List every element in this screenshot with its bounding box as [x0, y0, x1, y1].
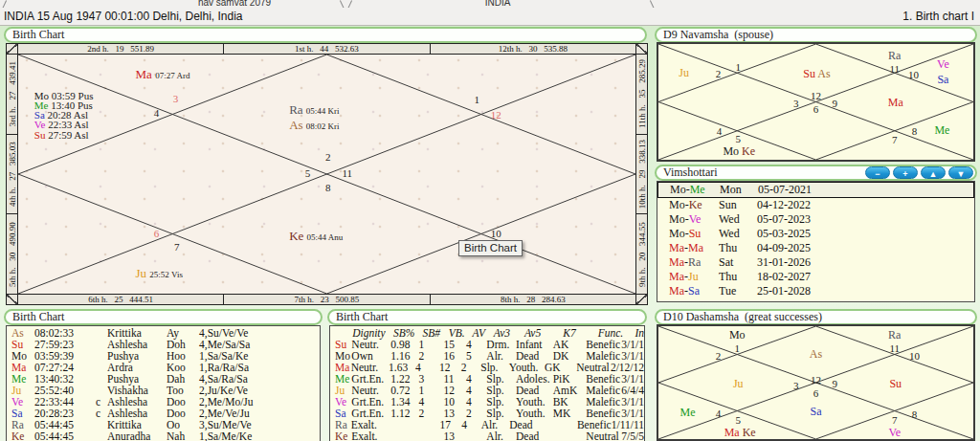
view-name: 1. Birth chart I	[902, 10, 974, 23]
tab-nav-samvat[interactable]: nav samvat 2079	[115, 0, 354, 8]
main-chart-canvas[interactable]: Ma 07:27 ArdMo 03:59 PusMe 13:40 PusSa 2…	[18, 55, 635, 294]
chart-corner	[635, 44, 647, 55]
table-row: JuNeutr.0.721124Slp.DeadAmKMalefic6/4/4	[330, 385, 644, 396]
chart-label: Sa	[937, 71, 948, 86]
house-strip-label: 1st h. 44 532.63	[223, 44, 429, 54]
table-row: Ma07:27:24ArdraKoo1,Ra/Ra/Sa	[7, 362, 320, 373]
house-strip-label: 9th h. 20 344.55	[636, 213, 647, 294]
d10-header: D10 Dashamsha (great successes)	[655, 309, 977, 325]
chart-label: 10	[908, 66, 919, 81]
strength-table-header: Birth Chart	[327, 309, 647, 325]
chart-corner	[635, 294, 647, 304]
chart-label: Ju	[733, 375, 744, 390]
house-strip-label: 5th h. 30 490.90	[7, 213, 17, 294]
main-chart-frame: 2nd h. 19 551.89 1st h. 44 532.63 12th h…	[6, 43, 648, 305]
chart-label: 4	[717, 122, 723, 138]
dasha-row[interactable]: Mo-KeSun04-12-2022	[657, 198, 974, 212]
dasha-row[interactable]: Mo-SuWed05-03-2025	[657, 227, 974, 241]
chart-label: 6	[813, 100, 819, 116]
table-row: MoOwn1.162165Alr.DeadDKMalefic3/1/1	[330, 350, 644, 362]
chart-corner	[7, 294, 18, 304]
tab-india[interactable]: INDIA	[402, 0, 593, 8]
dasha-row[interactable]: Mo-MeMon05-07-2021	[657, 182, 974, 198]
chart-label: 5	[305, 165, 311, 180]
chart-label: Ma	[888, 94, 903, 109]
table-header-row: DignitySB%SB#VB.AVAv3Av5K7Func.In	[330, 327, 644, 339]
house-strip-label: 4th h. 27 385.03	[7, 134, 17, 214]
table-row: Ra05:44:45KrittikaOo3,Su/Me/Ve	[7, 419, 320, 430]
chart-label: 11	[342, 165, 352, 180]
table-row: Sa20:28:23cAshleshaDoo2,Me/Ve/Ju	[7, 408, 320, 419]
chart-label: Ke 05:44 Anu	[289, 228, 343, 243]
table-row: As08:02:33KrittikaAy4,Su/Ve/Ve	[7, 327, 320, 339]
chart-label: 6	[813, 385, 819, 400]
d10-canvas[interactable]: Mo12AsRa1110Ju31269SuMe45SaMa Ke78Ve	[657, 324, 975, 441]
chart-label: 1	[474, 91, 479, 106]
d9-panel: D9 Navamsha (spouse) Ju21Su AsRa1110VeSa…	[653, 26, 979, 164]
chart-label: 2	[716, 347, 722, 363]
dasha-row[interactable]: Ma-SaTue25-01-2028	[657, 284, 974, 298]
d9-canvas[interactable]: Ju21Su AsRa1110VeSa12369Ma45Mo Ke87Me	[657, 42, 975, 162]
vimshottari-header: Vimshottari − + ▲ ▼	[655, 165, 977, 181]
table-row: RaExalt.174Alr.DeadBenefic1/11/11	[330, 419, 644, 430]
table-row: VeGrt.En.1.344104Slp.Youth.BKMalefic3/1/…	[330, 396, 644, 408]
chart-label: Sa	[811, 403, 822, 418]
house-strip-label: 10th h. 29 338.13	[636, 134, 647, 214]
dasha-row[interactable]: Ma-JuThu18-02-2027	[657, 270, 974, 284]
positions-table-panel: Birth Chart As08:02:33KrittikaAy4,Su/Ve/…	[2, 308, 324, 441]
chart-label: 11	[889, 60, 900, 76]
chart-label: Ve	[937, 55, 949, 71]
dasha-row[interactable]: Ma-MaThu04-09-2025	[657, 241, 974, 255]
house-strip-label: 2nd h. 19 551.89	[18, 44, 223, 54]
dasha-row[interactable]: Mo-VeWed05-07-2023	[657, 212, 974, 227]
table1-body: As08:02:33KrittikaAy4,Su/Ve/VeSu27:59:23…	[6, 325, 321, 441]
table-row: SaGrt.En.1.122132Slp.Youth.MKBenefic3/1/…	[330, 408, 644, 419]
main-chart-header: Birth Chart	[4, 27, 647, 43]
house-strip-label: 7th h. 23 500.85	[223, 295, 429, 304]
chart-label: Su As	[803, 65, 830, 80]
chart-label: Ra 05:44 Kri	[289, 101, 339, 117]
chart-label: 3	[793, 377, 799, 392]
tab-edge	[2, 0, 7, 8]
house-strip-label: 12th h. 30 535.88	[430, 44, 635, 54]
dasha-row[interactable]: Ma-RaSat31-01-2026	[657, 255, 974, 270]
dasha-expand-button[interactable]: +	[893, 166, 918, 179]
tab-edge	[650, 0, 655, 8]
title-bar: INDIA 15 Aug 1947 00:01:00 Delhi, Delhi,…	[0, 8, 980, 26]
house-strip-label: 11th h. 35 285.29	[636, 55, 647, 134]
dasha-row[interactable]: Ma-MeMon05-03-2029	[657, 298, 974, 302]
strength-table-panel: Birth Chart DignitySB%SB#VB.AVAv3Av5K7Fu…	[325, 308, 649, 441]
d9-header: D9 Navamsha (spouse)	[655, 27, 977, 43]
chart-label: 8	[325, 179, 331, 194]
chart-label: 8	[912, 122, 918, 138]
hover-tooltip: Birth Chart	[458, 240, 523, 256]
table-row: Ve22:33:44cAshleshaDoo2,Me/Mo/Ju	[7, 396, 320, 408]
chart-label: Ve	[888, 424, 901, 439]
table-row: Ju25:52:40VishakhaToo2,Ju/Ke/Ve	[7, 385, 320, 396]
d10-panel: D10 Dashamsha (great successes) Mo12AsRa…	[653, 308, 979, 441]
chart-label: Su 27:59 Asl	[34, 126, 89, 142]
dasha-collapse-button[interactable]: −	[865, 166, 890, 179]
chart-label: 8	[912, 406, 918, 421]
house-strip-left: 3rd h. 27 439.41 4th h. 27 385.03 5th h.…	[7, 55, 18, 294]
house-strip-label: 8th h. 28 284.63	[430, 295, 635, 304]
tab-bar: nav samvat 2079 INDIA	[0, 0, 980, 8]
chart-label: 3	[793, 95, 799, 110]
chart-title: INDIA 15 Aug 1947 00:01:00 Delhi, Delhi,…	[4, 10, 243, 23]
house-strip-bottom: 6th h. 25 444.51 7th h. 23 500.85 8th h.…	[18, 294, 635, 304]
positions-table-header: Birth Chart	[4, 309, 323, 325]
dasha-up-button[interactable]: ▲	[921, 166, 946, 179]
dasha-down-button[interactable]: ▼	[948, 166, 973, 179]
table-row: Mo03:59:39PushyaHoo1,Sa/Sa/Ke	[7, 350, 320, 362]
chart-lines	[18, 55, 635, 294]
vimshottari-list: Mo-MeMon05-07-2021Mo-KeSun04-12-2022Mo-V…	[657, 181, 975, 302]
chart-label: Me	[680, 404, 696, 419]
house-strip-right: 11th h. 35 285.29 10th h. 29 338.13 9th …	[635, 55, 647, 294]
table-row: MaNeutr.1.634122Slp.Youth.GKNeutral2/12/…	[330, 362, 644, 373]
chart-label: 9	[832, 375, 837, 390]
content-area: Birth Chart 2nd h. 19 551.89 1st h. 44 5…	[0, 26, 980, 441]
chart-label: 2	[325, 148, 331, 164]
chart-label: 2	[716, 65, 722, 80]
chart-label: 9	[832, 95, 837, 110]
main-chart-panel: Birth Chart 2nd h. 19 551.89 1st h. 44 5…	[2, 26, 649, 306]
